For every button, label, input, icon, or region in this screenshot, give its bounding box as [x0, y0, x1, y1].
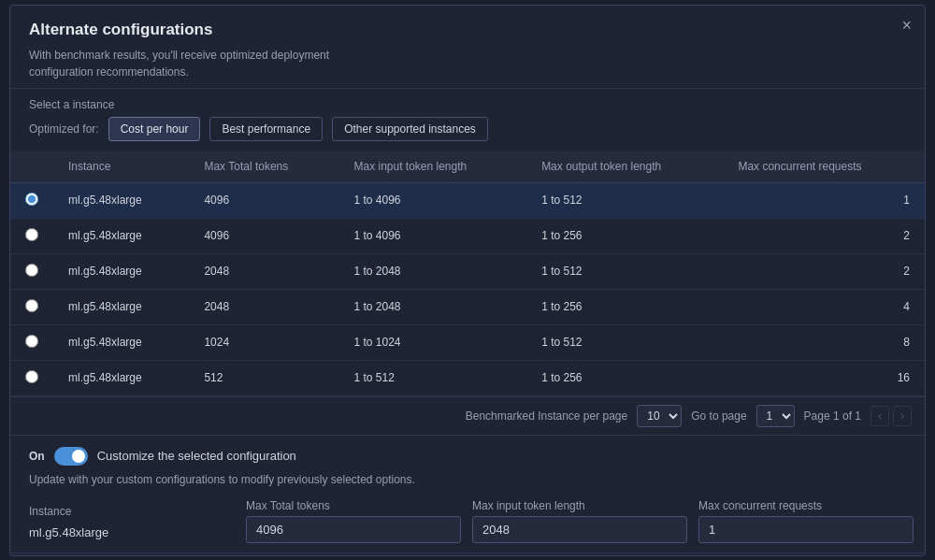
col-radio	[10, 151, 53, 183]
customize-fields: Instance ml.g5.48xlarge Max Total tokens…	[29, 499, 906, 543]
customize-heading: Customize the selected configuration	[97, 449, 296, 463]
max-input-field-label: Max input token length	[472, 499, 687, 512]
alternate-configurations-modal: Alternate configurations With benchmark …	[9, 5, 926, 556]
max-input-input[interactable]	[472, 516, 687, 543]
on-label: On	[29, 450, 45, 463]
col-instance: Instance	[53, 151, 189, 183]
max-output-token: 1 to 512	[526, 324, 723, 360]
max-concurrent-field: Max concurrent requests	[698, 499, 913, 543]
max-input-token: 1 to 512	[338, 360, 526, 395]
toggle-slider	[54, 447, 88, 466]
per-page-label: Benchmarked Instance per page	[466, 409, 627, 423]
table-row: ml.g5.48xlarge 4096 1 to 4096 1 to 512 1	[10, 182, 925, 218]
instance-name: ml.g5.48xlarge	[53, 182, 189, 218]
instance-radio[interactable]	[25, 264, 38, 277]
radio-cell[interactable]	[10, 218, 53, 253]
max-output-token: 1 to 256	[526, 360, 723, 395]
max-concurrent-input[interactable]	[698, 516, 913, 543]
instance-name: ml.g5.48xlarge	[53, 360, 189, 395]
tab-other-supported[interactable]: Other supported instances	[332, 117, 488, 141]
instance-radio[interactable]	[25, 299, 38, 312]
max-output-token: 1 to 256	[526, 218, 723, 253]
max-total-tokens: 4096	[189, 182, 338, 218]
radio-cell[interactable]	[10, 253, 53, 289]
go-to-page-select[interactable]: 1	[756, 405, 795, 427]
modal-subtitle: With benchmark results, you'll receive o…	[29, 47, 384, 80]
tab-cost-per-hour[interactable]: Cost per hour	[108, 117, 201, 141]
max-input-token: 1 to 2048	[338, 253, 526, 289]
page-info: Page 1 of 1	[804, 409, 861, 423]
table-row: ml.g5.48xlarge 2048 1 to 2048 1 to 256 4	[10, 289, 925, 324]
optimized-for-label: Optimized for:	[29, 122, 99, 136]
radio-cell[interactable]	[10, 182, 53, 218]
max-total-tokens: 512	[189, 360, 338, 395]
col-max-input: Max input token length	[338, 151, 526, 183]
modal-title: Alternate configurations	[29, 21, 906, 39]
radio-cell[interactable]	[10, 324, 53, 360]
max-output-token: 1 to 512	[526, 182, 723, 218]
instance-name: ml.g5.48xlarge	[53, 324, 189, 360]
max-input-field: Max input token length	[472, 499, 687, 543]
max-concurrent: 8	[723, 324, 925, 360]
table-row: ml.g5.48xlarge 2048 1 to 2048 1 to 512 2	[10, 253, 925, 289]
max-total-field: Max Total tokens	[246, 499, 461, 543]
max-concurrent: 1	[723, 182, 925, 218]
close-button[interactable]: ×	[901, 17, 912, 34]
max-total-tokens: 1024	[189, 324, 338, 360]
modal-header: Alternate configurations With benchmark …	[10, 6, 925, 89]
max-total-tokens: 2048	[189, 289, 338, 324]
table-row: ml.g5.48xlarge 512 1 to 512 1 to 256 16	[10, 360, 925, 395]
go-to-page-label: Go to page	[691, 409, 746, 423]
customize-toggle[interactable]	[54, 447, 88, 466]
optimized-for-row: Optimized for: Cost per hour Best perfor…	[29, 117, 906, 151]
customize-section: On Customize the selected configuration …	[10, 436, 925, 553]
instances-table: Instance Max Total tokens Max input toke…	[10, 151, 925, 396]
max-output-token: 1 to 256	[526, 289, 723, 324]
max-input-token: 1 to 4096	[338, 218, 526, 253]
instance-radio[interactable]	[25, 228, 38, 241]
max-concurrent: 16	[723, 360, 925, 395]
instance-field-value: ml.g5.48xlarge	[29, 522, 235, 543]
table-row: ml.g5.48xlarge 1024 1 to 1024 1 to 512 8	[10, 324, 925, 360]
col-max-total: Max Total tokens	[189, 151, 338, 183]
pagination-nav: ‹ ›	[870, 406, 912, 426]
max-output-token: 1 to 512	[526, 253, 723, 289]
max-total-field-label: Max Total tokens	[246, 499, 461, 512]
radio-cell[interactable]	[10, 289, 53, 324]
col-max-concurrent: Max concurrent requests	[723, 151, 925, 183]
customize-toggle-row: On Customize the selected configuration	[29, 447, 906, 466]
customize-description: Update with your custom configurations t…	[29, 471, 906, 488]
col-max-output: Max output token length	[526, 151, 723, 183]
instance-field: Instance ml.g5.48xlarge	[29, 505, 235, 543]
table-row: ml.g5.48xlarge 4096 1 to 4096 1 to 256 2	[10, 218, 925, 253]
max-input-token: 1 to 1024	[338, 324, 526, 360]
table-header-row: Instance Max Total tokens Max input toke…	[10, 151, 925, 183]
max-concurrent: 2	[723, 218, 925, 253]
max-concurrent: 4	[723, 289, 925, 324]
instance-radio[interactable]	[25, 193, 38, 206]
max-concurrent-field-label: Max concurrent requests	[698, 499, 913, 512]
max-input-token: 1 to 2048	[338, 289, 526, 324]
max-total-tokens: 4096	[189, 218, 338, 253]
select-instance-label: Select a instance	[29, 98, 906, 111]
max-total-tokens: 2048	[189, 253, 338, 289]
max-concurrent: 2	[723, 253, 925, 289]
max-total-input[interactable]	[246, 516, 461, 543]
max-input-token: 1 to 4096	[338, 182, 526, 218]
prev-page-button[interactable]: ‹	[870, 406, 889, 426]
instance-name: ml.g5.48xlarge	[53, 253, 189, 289]
per-page-select[interactable]: 10	[637, 405, 682, 427]
pagination-bar: Benchmarked Instance per page 10 Go to p…	[10, 397, 925, 436]
instances-table-container: Instance Max Total tokens Max input toke…	[10, 151, 925, 397]
radio-cell[interactable]	[10, 360, 53, 395]
instance-name: ml.g5.48xlarge	[53, 289, 189, 324]
instance-select-section: Select a instance Optimized for: Cost pe…	[10, 89, 925, 151]
next-page-button[interactable]: ›	[893, 406, 912, 426]
instance-radio[interactable]	[25, 370, 38, 383]
instance-field-label: Instance	[29, 505, 235, 518]
tab-best-performance[interactable]: Best performance	[209, 117, 323, 141]
instance-radio[interactable]	[25, 335, 38, 348]
instance-name: ml.g5.48xlarge	[53, 218, 189, 253]
